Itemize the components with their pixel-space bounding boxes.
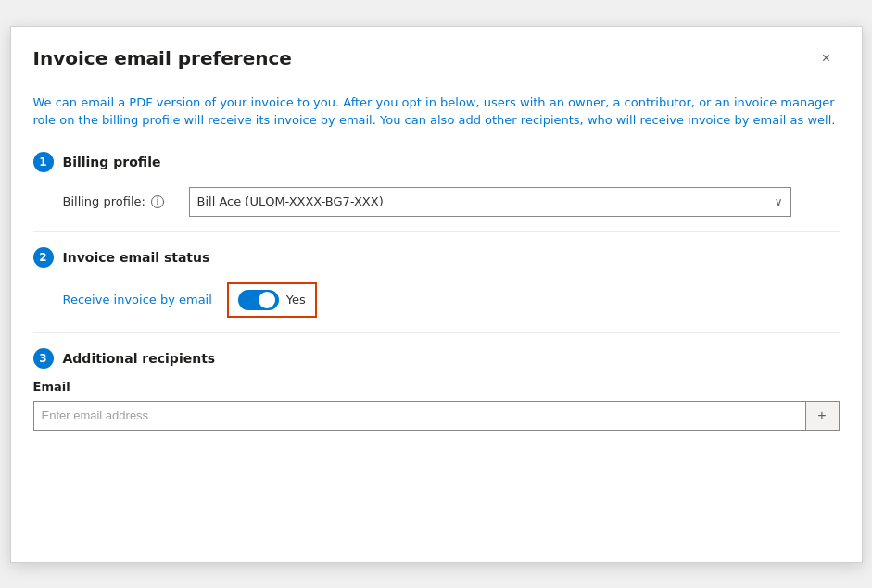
email-input-wrapper: + [33, 401, 840, 431]
divider-1 [33, 231, 840, 232]
section3-header: 3 Additional recipients [33, 348, 840, 369]
section3-title: Additional recipients [63, 351, 216, 366]
invoice-email-dialog: Invoice email preference × We can email … [10, 26, 863, 563]
dialog-title: Invoice email preference [33, 47, 292, 69]
section-billing-profile: 1 Billing profile Billing profile: i Bil… [33, 152, 840, 217]
dropdown-arrow-icon: ∨ [775, 195, 783, 208]
close-button[interactable]: × [814, 45, 840, 71]
section1-title: Billing profile [63, 155, 161, 169]
section2-title: Invoice email status [63, 250, 210, 265]
billing-profile-label: Billing profile: i [63, 194, 174, 208]
section-additional-recipients: 3 Additional recipients Email + [33, 348, 840, 431]
toggle-highlight-box: Yes [227, 282, 317, 318]
section1-header: 1 Billing profile [33, 152, 840, 172]
section-invoice-status: 2 Invoice email status Receive invoice b… [33, 247, 840, 318]
email-field-label: Email [33, 380, 840, 394]
billing-profile-row: Billing profile: i Bill Ace (ULQM-XXXX-B… [63, 187, 840, 217]
dialog-body: We can email a PDF version of your invoi… [11, 86, 862, 453]
toggle-slider[interactable] [238, 290, 279, 310]
toggle-row: Receive invoice by email Yes [63, 282, 840, 318]
section2-number: 2 [33, 247, 54, 268]
section3-number: 3 [33, 348, 54, 369]
description-text: We can email a PDF version of your invoi… [33, 94, 840, 130]
email-add-button[interactable]: + [806, 401, 840, 431]
dialog-header: Invoice email preference × [11, 27, 862, 86]
section2-header: 2 Invoice email status [33, 247, 840, 268]
info-icon[interactable]: i [151, 195, 164, 208]
divider-2 [33, 332, 840, 333]
billing-profile-value: Bill Ace (ULQM-XXXX-BG7-XXX) [197, 194, 384, 208]
email-form-area: Email + [33, 380, 840, 431]
email-input[interactable] [33, 401, 806, 431]
section1-number: 1 [33, 152, 54, 172]
toggle-switch[interactable] [238, 290, 279, 310]
toggle-yes-label: Yes [286, 293, 306, 307]
toggle-label: Receive invoice by email [63, 293, 212, 307]
billing-profile-dropdown[interactable]: Bill Ace (ULQM-XXXX-BG7-XXX) ∨ [189, 187, 791, 217]
